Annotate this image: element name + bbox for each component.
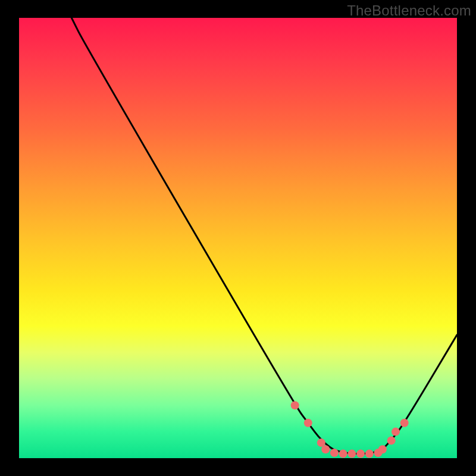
marker-dot: [387, 436, 396, 444]
marker-dot: [392, 428, 400, 436]
chart-svg: [19, 18, 457, 458]
marker-dot: [356, 450, 365, 458]
marker-dot: [365, 450, 374, 458]
marker-dot: [339, 450, 347, 458]
marker-dot: [330, 449, 339, 457]
marker-dot: [400, 419, 409, 427]
main-curve: [71, 18, 457, 454]
plot-area: [19, 18, 457, 458]
marker-dot: [304, 419, 312, 427]
marker-group: [291, 401, 409, 458]
marker-dot: [321, 445, 330, 453]
marker-dot: [347, 450, 356, 458]
marker-dot: [378, 445, 387, 453]
watermark-text: TheBottleneck.com: [347, 2, 471, 19]
chart-frame: { "watermark": "TheBottleneck.com", "cha…: [0, 0, 476, 476]
marker-dot: [291, 401, 299, 409]
